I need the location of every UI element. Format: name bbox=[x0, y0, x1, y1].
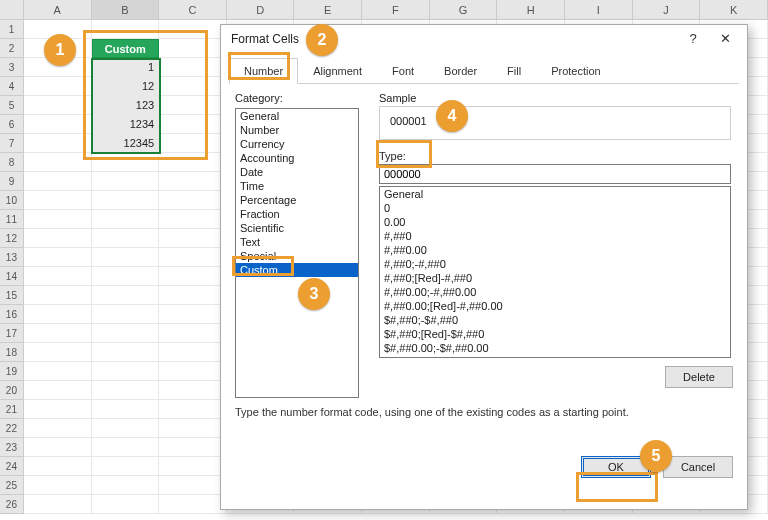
cell[interactable] bbox=[159, 343, 227, 362]
row-head-13[interactable]: 13 bbox=[0, 248, 24, 267]
cell[interactable] bbox=[24, 153, 92, 172]
tab-border[interactable]: Border bbox=[429, 58, 492, 84]
row-head-7[interactable]: 7 bbox=[0, 134, 24, 153]
row-head-21[interactable]: 21 bbox=[0, 400, 24, 419]
type-list-item[interactable]: $#,##0;-$#,##0 bbox=[380, 313, 730, 327]
type-list-item[interactable]: $#,##0;[Red]-$#,##0 bbox=[380, 327, 730, 341]
type-list-item[interactable]: $#,##0.00;-$#,##0.00 bbox=[380, 341, 730, 355]
cell[interactable] bbox=[92, 210, 160, 229]
cell[interactable] bbox=[24, 134, 92, 153]
delete-button[interactable]: Delete bbox=[665, 366, 733, 388]
type-list-item[interactable]: #,##0;-#,##0 bbox=[380, 257, 730, 271]
category-item[interactable]: General bbox=[236, 109, 358, 123]
data-cell[interactable]: 12 bbox=[92, 77, 160, 96]
cell[interactable] bbox=[24, 286, 92, 305]
cell[interactable] bbox=[159, 476, 227, 495]
cell[interactable] bbox=[159, 191, 227, 210]
cell[interactable] bbox=[159, 58, 227, 77]
cell[interactable] bbox=[159, 438, 227, 457]
cell[interactable] bbox=[159, 210, 227, 229]
cell[interactable] bbox=[24, 324, 92, 343]
col-head-J[interactable]: J bbox=[633, 0, 701, 20]
cell[interactable] bbox=[24, 77, 92, 96]
col-head-D[interactable]: D bbox=[227, 0, 295, 20]
cell[interactable] bbox=[159, 172, 227, 191]
row-head-15[interactable]: 15 bbox=[0, 286, 24, 305]
category-item[interactable]: Fraction bbox=[236, 207, 358, 221]
col-head-E[interactable]: E bbox=[294, 0, 362, 20]
cell[interactable] bbox=[159, 248, 227, 267]
close-button[interactable]: ✕ bbox=[709, 28, 741, 50]
category-item[interactable]: Text bbox=[236, 235, 358, 249]
type-list-item[interactable]: #,##0.00;-#,##0.00 bbox=[380, 285, 730, 299]
cell[interactable] bbox=[24, 457, 92, 476]
row-head-22[interactable]: 22 bbox=[0, 419, 24, 438]
cell[interactable] bbox=[159, 96, 227, 115]
category-item[interactable]: Percentage bbox=[236, 193, 358, 207]
cell[interactable] bbox=[24, 267, 92, 286]
row-head-19[interactable]: 19 bbox=[0, 362, 24, 381]
tab-protection[interactable]: Protection bbox=[536, 58, 616, 84]
row-head-23[interactable]: 23 bbox=[0, 438, 24, 457]
data-cell[interactable]: 123 bbox=[92, 96, 160, 115]
cell[interactable] bbox=[92, 419, 160, 438]
tab-font[interactable]: Font bbox=[377, 58, 429, 84]
row-head-12[interactable]: 12 bbox=[0, 229, 24, 248]
row-head-17[interactable]: 17 bbox=[0, 324, 24, 343]
cell[interactable] bbox=[92, 476, 160, 495]
cell[interactable] bbox=[24, 362, 92, 381]
col-head-F[interactable]: F bbox=[362, 0, 430, 20]
row-head-14[interactable]: 14 bbox=[0, 267, 24, 286]
type-listbox[interactable]: General00.00#,##0#,##0.00#,##0;-#,##0#,#… bbox=[379, 186, 731, 358]
col-head-A[interactable]: A bbox=[24, 0, 92, 20]
cell[interactable] bbox=[92, 343, 160, 362]
category-item[interactable]: Custom bbox=[236, 263, 358, 277]
header-cell[interactable]: Custom Format bbox=[92, 39, 160, 58]
row-head-9[interactable]: 9 bbox=[0, 172, 24, 191]
cell[interactable] bbox=[92, 20, 160, 39]
row-head-4[interactable]: 4 bbox=[0, 77, 24, 96]
type-list-item[interactable]: #,##0.00 bbox=[380, 243, 730, 257]
cell[interactable] bbox=[159, 381, 227, 400]
cell[interactable] bbox=[24, 191, 92, 210]
cell[interactable] bbox=[92, 248, 160, 267]
row-head-16[interactable]: 16 bbox=[0, 305, 24, 324]
cell[interactable] bbox=[92, 305, 160, 324]
cell[interactable] bbox=[24, 172, 92, 191]
data-cell[interactable]: 12345 bbox=[92, 134, 160, 153]
type-list-item[interactable]: General bbox=[380, 187, 730, 201]
cell[interactable] bbox=[24, 400, 92, 419]
cell[interactable] bbox=[24, 96, 92, 115]
cell[interactable] bbox=[92, 438, 160, 457]
cell[interactable] bbox=[159, 134, 227, 153]
col-head-G[interactable]: G bbox=[430, 0, 498, 20]
row-head-11[interactable]: 11 bbox=[0, 210, 24, 229]
cancel-button[interactable]: Cancel bbox=[663, 456, 733, 478]
cell[interactable] bbox=[24, 419, 92, 438]
dialog-titlebar[interactable]: Format Cells ? ✕ bbox=[221, 25, 747, 53]
col-head-B[interactable]: B bbox=[92, 0, 160, 20]
category-item[interactable]: Currency bbox=[236, 137, 358, 151]
cell[interactable] bbox=[92, 324, 160, 343]
cell[interactable] bbox=[159, 362, 227, 381]
cell[interactable] bbox=[92, 457, 160, 476]
row-head-1[interactable]: 1 bbox=[0, 20, 24, 39]
cell[interactable] bbox=[24, 495, 92, 514]
col-head-I[interactable]: I bbox=[565, 0, 633, 20]
cell[interactable] bbox=[24, 210, 92, 229]
tab-fill[interactable]: Fill bbox=[492, 58, 536, 84]
cell[interactable] bbox=[159, 457, 227, 476]
cell[interactable] bbox=[159, 153, 227, 172]
cell[interactable] bbox=[92, 153, 160, 172]
type-list-item[interactable]: #,##0 bbox=[380, 229, 730, 243]
category-item[interactable]: Number bbox=[236, 123, 358, 137]
cell[interactable] bbox=[159, 495, 227, 514]
col-head-C[interactable]: C bbox=[159, 0, 227, 20]
type-list-item[interactable]: 0 bbox=[380, 201, 730, 215]
cell[interactable] bbox=[92, 191, 160, 210]
row-head-2[interactable]: 2 bbox=[0, 39, 24, 58]
category-item[interactable]: Scientific bbox=[236, 221, 358, 235]
category-item[interactable]: Date bbox=[236, 165, 358, 179]
cell[interactable] bbox=[92, 172, 160, 191]
cell[interactable] bbox=[24, 476, 92, 495]
